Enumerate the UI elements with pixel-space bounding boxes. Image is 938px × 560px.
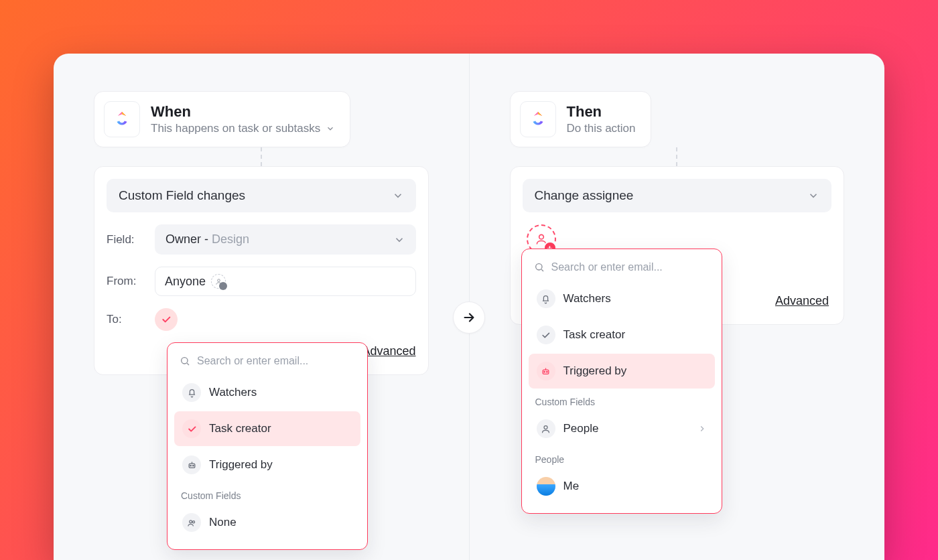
then-card: Change assignee + Advanced [510,166,845,325]
dropdown-item-me[interactable]: Me [529,469,715,504]
when-card: Custom Field changes Field: Owner - Desi… [94,166,429,375]
field-label: Field: [107,233,145,247]
connector-line [261,147,262,166]
then-header-card: Then Do this action [510,91,651,147]
dropdown-group-custom-fields: Custom Fields [172,484,363,504]
check-icon [537,326,555,344]
svg-point-4 [192,465,194,466]
trigger-label: Custom Field changes [119,188,245,203]
connector-line [676,147,677,166]
when-logo [104,101,140,137]
avatar [537,477,555,496]
robot-icon [537,362,555,380]
svg-point-0 [217,279,220,281]
svg-point-5 [189,520,192,522]
svg-point-8 [535,264,541,270]
chevron-down-icon [807,190,819,202]
dropdown-item-people-field[interactable]: People [529,411,715,446]
chevron-down-icon [326,124,335,133]
svg-point-6 [192,520,194,522]
dropdown-item-watchers[interactable]: Watchers [529,281,715,316]
dropdown-item-triggered-by[interactable]: Triggered by [174,447,360,482]
dropdown-item-none[interactable]: None [174,505,360,540]
then-title: Then [567,103,636,121]
from-label: From: [107,275,145,288]
svg-point-7 [539,234,543,239]
dropdown-item-task-creator[interactable]: Task creator [529,318,715,352]
from-field[interactable]: Anyone [155,267,416,296]
dropdown-search[interactable] [526,257,718,280]
clickup-logo-icon [528,109,548,129]
chevron-down-icon [393,234,405,246]
action-label: Change assignee [535,188,634,203]
check-icon [161,314,172,325]
search-icon [534,262,545,273]
to-dropdown: Watchers Task creator Triggered by Custo… [167,342,368,550]
bell-icon [537,289,555,308]
action-selector[interactable]: Change assignee [523,179,832,212]
chevron-right-icon [697,424,707,433]
from-value: Anyone [165,275,206,289]
bell-icon [182,383,201,402]
clickup-logo-icon [112,109,132,129]
svg-point-11 [547,371,548,372]
search-icon [180,356,190,366]
then-subtitle: Do this action [567,122,636,135]
app-window: When This happens on task or subtasks Cu… [54,54,884,560]
when-subtitle-row[interactable]: This happens on task or subtasks [151,122,335,135]
svg-point-12 [544,425,547,429]
svg-point-1 [182,358,188,364]
check-icon [182,419,201,438]
add-person-icon [211,274,226,289]
trigger-selector[interactable]: Custom Field changes [107,179,416,212]
robot-icon [182,456,201,474]
person-icon [537,419,555,438]
svg-point-3 [190,465,191,466]
dropdown-group-people: People [526,447,718,468]
advanced-link[interactable]: Advanced [362,344,415,358]
when-title: When [151,103,335,121]
then-column: Then Do this action Change assignee + Ad… [470,54,885,560]
when-column: When This happens on task or subtasks Cu… [54,54,469,560]
to-label: To: [107,313,145,326]
dropdown-group-custom-fields: Custom Fields [526,390,718,410]
advanced-link[interactable]: Advanced [775,294,829,308]
dropdown-item-triggered-by[interactable]: Triggered by [529,354,715,389]
field-selector[interactable]: Owner - Design [155,224,416,255]
dropdown-item-task-creator[interactable]: Task creator [174,411,360,446]
when-subtitle: This happens on task or subtasks [151,122,320,135]
dropdown-item-watchers[interactable]: Watchers [174,375,360,410]
dropdown-search-input[interactable] [551,261,710,273]
people-icon [182,513,201,532]
to-value-chip[interactable] [155,308,178,331]
then-logo [520,101,556,137]
arrow-right-icon [462,310,476,325]
flow-arrow-badge [453,301,485,334]
dropdown-search[interactable] [172,351,363,374]
when-header-card: When This happens on task or subtasks [94,91,350,147]
assignee-dropdown: Watchers Task creator Triggered by Custo… [521,249,722,514]
dropdown-search-input[interactable] [197,355,355,367]
chevron-down-icon [392,190,404,202]
svg-point-10 [544,371,545,372]
